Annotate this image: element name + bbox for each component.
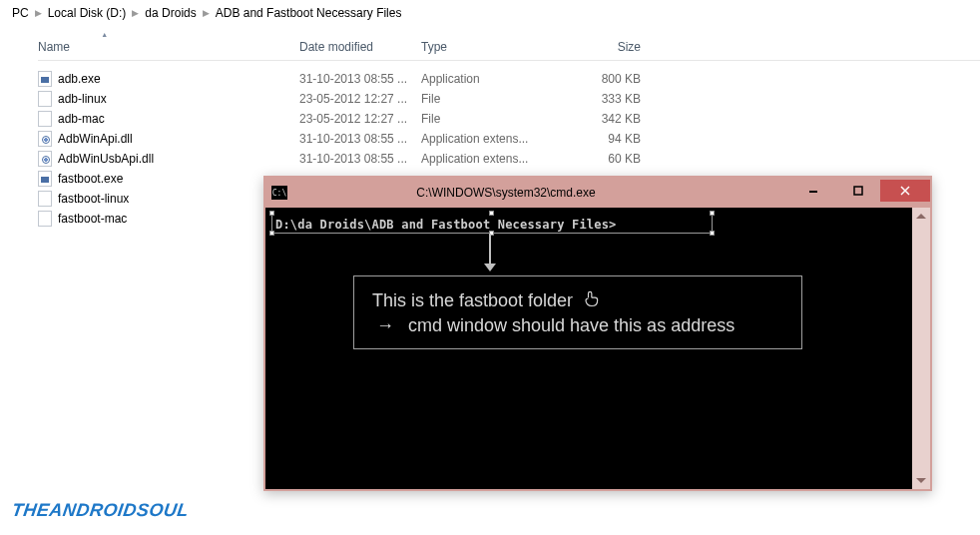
file-name: fastboot-mac (58, 212, 127, 226)
file-date: 31-10-2013 08:55 ... (299, 132, 421, 146)
annotation-text-2: cmd window should have this as address (408, 315, 735, 336)
column-name[interactable]: Name ▲ (38, 40, 299, 54)
file-row[interactable]: adb-mac23-05-2012 12:27 ...File342 KB (38, 109, 980, 129)
file-name: adb-mac (58, 112, 105, 126)
file-date: 31-10-2013 08:55 ... (299, 152, 421, 166)
file-date: 23-05-2012 12:27 ... (299, 112, 421, 126)
file-name: fastboot.exe (58, 172, 123, 186)
cmd-window[interactable]: C:\ C:\WINDOWS\system32\cmd.exe D:\da Dr… (263, 176, 932, 491)
file-name: AdbWinApi.dll (58, 132, 133, 146)
watermark: THEANDROIDSOUL (11, 500, 191, 521)
file-date: 23-05-2012 12:27 ... (299, 92, 421, 106)
column-label: Type (421, 40, 447, 54)
maximize-button[interactable] (835, 180, 880, 202)
file-size: 800 KB (553, 72, 653, 86)
column-headers: Name ▲ Date modified Type Size (38, 40, 980, 61)
file-name: AdbWinUsbApi.dll (58, 152, 154, 166)
breadcrumb[interactable]: PC ▶ Local Disk (D:) ▶ da Droids ▶ ADB a… (0, 0, 980, 26)
chevron-right-icon: ▶ (203, 8, 210, 18)
file-type: Application (421, 72, 553, 86)
point-up-icon (581, 288, 601, 313)
annotation-line-1: This is the fastboot folder (372, 288, 783, 313)
annotation-box: This is the fastboot folder → cmd window… (353, 275, 802, 349)
file-icon (38, 131, 52, 147)
column-size[interactable]: Size (553, 40, 653, 54)
window-buttons (790, 184, 930, 202)
annotation-line-2: → cmd window should have this as address (372, 315, 783, 336)
scrollbar[interactable] (912, 208, 930, 489)
file-row[interactable]: adb.exe31-10-2013 08:55 ...Application80… (38, 69, 980, 89)
file-type: File (421, 112, 553, 126)
file-size: 333 KB (553, 92, 653, 106)
file-icon (38, 171, 52, 187)
breadcrumb-segment-folder-2[interactable]: ADB and Fastboot Necessary Files (216, 6, 402, 20)
arrow-down-icon (489, 234, 491, 269)
file-name: fastboot-linux (58, 192, 129, 206)
column-date-modified[interactable]: Date modified (299, 40, 421, 54)
annotation-text-1: This is the fastboot folder (372, 290, 573, 311)
breadcrumb-label: PC (12, 6, 29, 20)
file-row[interactable]: AdbWinApi.dll31-10-2013 08:55 ...Applica… (38, 129, 980, 149)
column-label: Name (38, 40, 70, 54)
file-type: File (421, 92, 553, 106)
file-icon (38, 211, 52, 227)
breadcrumb-segment-folder-1[interactable]: da Droids (145, 6, 196, 20)
file-type: Application extens... (421, 132, 553, 146)
file-type: Application extens... (421, 152, 553, 166)
file-icon (38, 71, 52, 87)
file-icon (38, 111, 52, 127)
minimize-icon (808, 186, 818, 196)
chevron-right-icon: ▶ (132, 8, 139, 18)
svg-rect-0 (809, 191, 817, 193)
breadcrumb-label: da Droids (145, 6, 196, 20)
breadcrumb-segment-drive[interactable]: Local Disk (D:) (48, 6, 127, 20)
svg-rect-1 (854, 187, 862, 195)
cmd-prompt-line: D:\da Droids\ADB and Fastboot Necessary … (275, 218, 902, 232)
minimize-button[interactable] (790, 180, 835, 202)
file-date: 31-10-2013 08:55 ... (299, 72, 421, 86)
breadcrumb-label: Local Disk (D:) (48, 6, 127, 20)
breadcrumb-segment-pc[interactable]: PC (12, 6, 29, 20)
cmd-titlebar[interactable]: C:\ C:\WINDOWS\system32\cmd.exe (265, 178, 930, 208)
chevron-right-icon: ▶ (35, 8, 42, 18)
cmd-title: C:\WINDOWS\system32\cmd.exe (291, 186, 790, 200)
maximize-icon (853, 186, 863, 196)
column-label: Size (618, 40, 641, 54)
cmd-body[interactable]: D:\da Droids\ADB and Fastboot Necessary … (265, 208, 912, 489)
column-label: Date modified (299, 40, 373, 54)
file-name: adb.exe (58, 72, 101, 86)
sort-asc-icon: ▲ (101, 31, 108, 38)
file-row[interactable]: adb-linux23-05-2012 12:27 ...File333 KB (38, 89, 980, 109)
file-icon (38, 151, 52, 167)
file-size: 60 KB (553, 152, 653, 166)
file-name: adb-linux (58, 92, 107, 106)
close-icon (900, 186, 910, 196)
column-type[interactable]: Type (421, 40, 553, 54)
close-button[interactable] (880, 180, 930, 202)
file-icon (38, 191, 52, 207)
file-row[interactable]: AdbWinUsbApi.dll31-10-2013 08:55 ...Appl… (38, 149, 980, 169)
cmd-system-icon[interactable]: C:\ (271, 186, 287, 200)
breadcrumb-label: ADB and Fastboot Necessary Files (216, 6, 402, 20)
file-icon (38, 91, 52, 107)
file-size: 94 KB (553, 132, 653, 146)
file-size: 342 KB (553, 112, 653, 126)
arrow-right-icon: → (372, 315, 398, 336)
